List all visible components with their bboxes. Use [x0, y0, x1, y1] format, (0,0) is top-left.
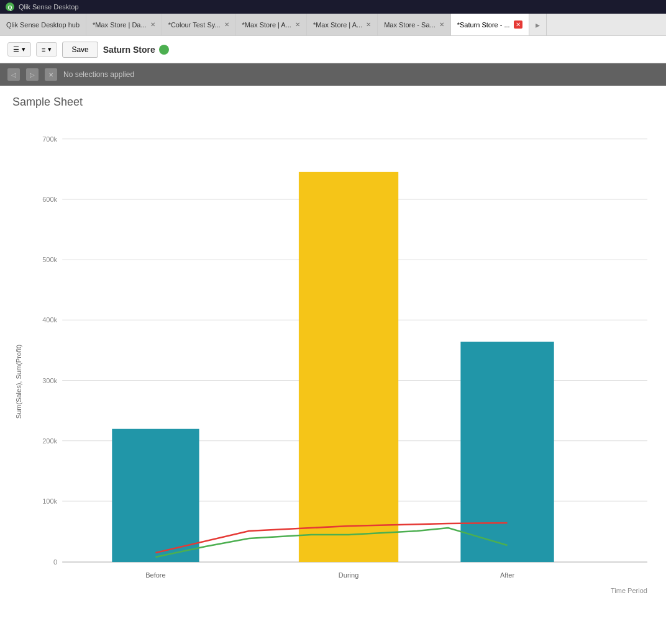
tab-maxstore-a1[interactable]: *Max Store | A... ✕ [236, 14, 307, 35]
app-icon: Q [5, 2, 15, 12]
app-title-container: Saturn Store [103, 45, 169, 55]
title-bar-text: Qlik Sense Desktop [19, 3, 79, 11]
x-axis-label: Time Period [611, 587, 647, 594]
tab-label: Max Store - Sa... [384, 21, 436, 29]
tab-close-icon[interactable]: ✕ [150, 21, 155, 28]
svg-text:Q: Q [7, 4, 12, 11]
save-button[interactable]: Save [62, 42, 98, 58]
tab-hub[interactable]: Qlik Sense Desktop hub [0, 14, 86, 35]
content-area: Sample Sheet Sum(Sales), Sum(Profit) 700… [0, 86, 666, 644]
tab-label: *Max Store | Da... [93, 21, 147, 29]
bar-during [299, 172, 398, 562]
title-bar: Q Qlik Sense Desktop [0, 0, 666, 14]
svg-text:300k: 300k [42, 377, 57, 384]
tab-close-icon[interactable]: ✕ [366, 21, 371, 28]
tab-maxstore-sa[interactable]: Max Store - Sa... ✕ [378, 14, 451, 35]
tab-label: *Saturn Store - ... [457, 21, 510, 29]
svg-text:100k: 100k [42, 497, 57, 505]
sheet-title: Sample Sheet [12, 96, 654, 109]
bar-before [112, 429, 199, 562]
svg-text:500k: 500k [42, 256, 57, 263]
tab-close-active-icon[interactable]: ✕ [514, 20, 522, 29]
tab-maxstore-a2[interactable]: *Max Store | A... ✕ [307, 14, 378, 35]
y-axis-label: Sum(Sales), Sum(Profit) [15, 345, 22, 419]
forward-selection-icon[interactable]: ▷ [26, 68, 39, 81]
list-icon: ≡ [42, 46, 45, 53]
svg-text:600k: 600k [42, 196, 57, 203]
new-tab-icon: ▸ [536, 20, 540, 30]
back-selection-icon[interactable]: ◁ [7, 68, 20, 81]
list-dropdown-button[interactable]: ≡ ▾ [36, 42, 57, 57]
nav-icon: ☰ [13, 45, 19, 53]
tab-label: *Colour Test Sy... [168, 21, 221, 29]
list-dropdown-arrow-icon: ▾ [48, 45, 52, 53]
dropdown-arrow-icon: ▾ [22, 45, 25, 53]
tab-hub-label: Qlik Sense Desktop hub [6, 21, 80, 29]
new-tab-button[interactable]: ▸ [529, 14, 547, 35]
app-title-text: Saturn Store [103, 45, 155, 55]
bar-after [460, 342, 554, 562]
tab-maxstore-da[interactable]: *Max Store | Da... ✕ [86, 14, 162, 35]
svg-text:0: 0 [53, 558, 57, 566]
selection-bar: ◁ ▷ ✕ No selections applied [0, 63, 666, 86]
tab-close-icon[interactable]: ✕ [295, 21, 300, 28]
x-label-after: After [500, 571, 515, 579]
selection-status-text: No selections applied [63, 70, 134, 79]
tab-bar: Qlik Sense Desktop hub *Max Store | Da..… [0, 14, 666, 36]
clear-selection-icon[interactable]: ✕ [45, 68, 57, 81]
global-icon [159, 45, 169, 55]
x-label-before: Before [145, 571, 165, 579]
nav-dropdown-button[interactable]: ☰ ▾ [7, 42, 31, 57]
tab-close-icon[interactable]: ✕ [224, 21, 229, 28]
svg-text:200k: 200k [42, 437, 57, 445]
svg-text:700k: 700k [42, 135, 57, 143]
bar-chart: Sum(Sales), Sum(Profit) 700k 600k 500k 4… [12, 119, 654, 632]
tab-saturn-store[interactable]: *Saturn Store - ... ✕ [451, 14, 529, 35]
chart-container: Sum(Sales), Sum(Profit) 700k 600k 500k 4… [12, 119, 654, 632]
tab-close-icon[interactable]: ✕ [439, 21, 444, 28]
svg-text:400k: 400k [42, 316, 57, 324]
tab-colour-test[interactable]: *Colour Test Sy... ✕ [162, 14, 236, 35]
tab-label: *Max Store | A... [313, 21, 362, 29]
x-label-during: During [339, 571, 358, 579]
tab-label: *Max Store | A... [242, 21, 291, 29]
toolbar: ☰ ▾ ≡ ▾ Save Saturn Store [0, 36, 666, 63]
